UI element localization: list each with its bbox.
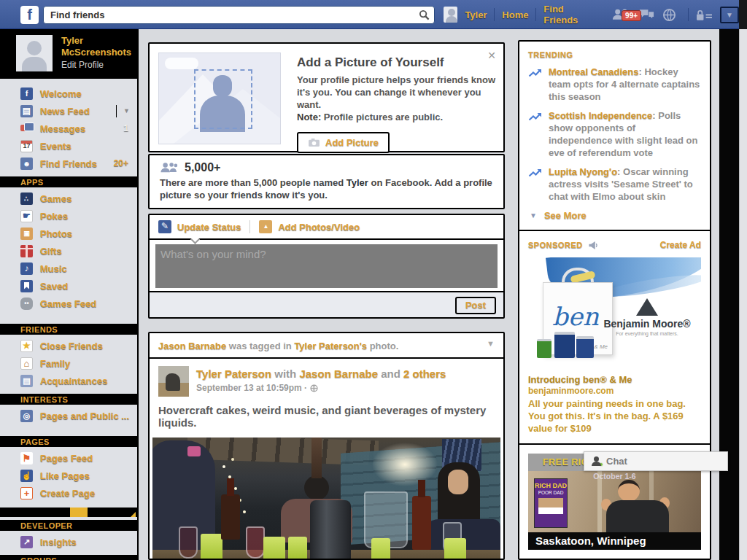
benjamin-moore-ad-image[interactable]: ben & Me Benjamin Moore® For everything … — [528, 257, 701, 367]
topbar-divider — [535, 8, 536, 21]
create-ad-link[interactable]: Create Ad — [660, 240, 701, 250]
left-sidebar: Tyler McScreenshots Edit Profile f Welco… — [0, 29, 139, 560]
section-header-friends: FRIENDS — [0, 324, 137, 335]
sidebar-item-events[interactable]: 17 Events — [0, 137, 137, 155]
chat-label: Chat — [606, 456, 627, 467]
notifications-globe-icon[interactable] — [662, 8, 676, 22]
house-icon: ⌂ — [20, 357, 33, 370]
sidebar-item-photos[interactable]: ▣Photos — [0, 225, 137, 242]
close-icon[interactable]: ✕ — [487, 50, 496, 61]
post-photo[interactable] — [152, 438, 500, 560]
profile-name[interactable]: Tyler McScreenshots — [61, 35, 131, 58]
add-photos-tab[interactable]: ▲ Add Photos/Video — [259, 220, 360, 233]
add-picture-button[interactable]: Add Picture — [297, 132, 390, 153]
trending-up-icon — [528, 68, 543, 78]
insights-chart-icon: ↗ — [20, 536, 33, 548]
sidebar-item-welcome[interactable]: f Welcome — [0, 85, 137, 102]
topbar-profile-link[interactable]: Tyler — [465, 9, 487, 20]
post-message: Hovercraft cakes, weird music, and giant… — [150, 400, 503, 432]
highlighted-name: Tyler — [347, 177, 368, 188]
composer-tabs: ✎ Update Status ▲ Add Photos/Video — [150, 215, 503, 240]
ad-title-link[interactable]: 1st-6th October — [528, 557, 701, 560]
tab-divider — [249, 220, 250, 233]
add-picture-card: Add a Picture of Yourself Your profile p… — [148, 42, 505, 152]
post-header: Jason Barnabe was tagged in Tyler Paters… — [150, 333, 503, 359]
search-icon[interactable] — [419, 9, 430, 20]
status-textarea[interactable] — [155, 244, 498, 288]
sidebar-item-find-friends[interactable]: ☻ Find Friends 20+ — [0, 155, 137, 172]
owner-link[interactable]: Tyler Paterson's — [294, 341, 367, 351]
photos-icon: ▣ — [20, 228, 33, 240]
author-link[interactable]: Tyler Paterson — [196, 368, 271, 380]
topbar-find-friends-link[interactable]: Find Friends — [543, 4, 594, 26]
sidebar-item-close-friends[interactable]: ★Close Friends — [0, 337, 137, 354]
profile-block[interactable]: Tyler McScreenshots Edit Profile — [0, 29, 137, 79]
note-label: Note: — [297, 112, 321, 122]
search-input[interactable] — [44, 7, 434, 23]
chat-bar[interactable]: Chat — [584, 451, 728, 471]
rich-dad-ad-text: 1st-6th October saskatoon.richdad-worksh… — [528, 557, 701, 560]
ad-title-link[interactable]: Introducing ben® & Me — [528, 374, 701, 385]
name-count-card: 5,000+ There are more than 5,000 people … — [148, 154, 505, 209]
notification-count-badge: 99+ — [622, 10, 641, 21]
trending-item-2[interactable]: Scottish Independence: Polls show oppone… — [528, 109, 701, 159]
sidebar-item-messages[interactable]: Messages 1 — [0, 120, 137, 137]
others-link[interactable]: 2 others — [403, 368, 446, 380]
ad-body: All your painting needs in one bag. You … — [528, 397, 701, 435]
sidebar-item-pages-public[interactable]: ◎Pages and Public ... — [0, 407, 137, 424]
chevron-down-icon: ▼ — [530, 211, 537, 219]
triangle-logo-icon — [636, 298, 658, 316]
benjamin-moore-ad-text: Introducing ben® & Me benjaminmoore.com … — [528, 374, 701, 435]
gamepad-icon: •• — [20, 298, 33, 310]
profile-picture-illustration — [158, 52, 281, 144]
sidebar-item-saved[interactable]: Saved — [0, 277, 137, 295]
author-avatar[interactable] — [158, 366, 189, 397]
with-person-link[interactable]: Jason Barnabe — [299, 368, 378, 380]
profile-avatar[interactable] — [16, 35, 53, 71]
list-card-icon: ▤ — [20, 375, 33, 387]
people-group-icon — [160, 162, 179, 174]
speaker-portrait — [618, 480, 640, 502]
account-menu-dropdown[interactable]: ▼ — [720, 7, 739, 23]
apps-list: ∴Games ☛Pokes ▣Photos Gifts ♪Music Saved… — [0, 187, 137, 312]
sidebar-item-games-feed[interactable]: ••Games Feed — [0, 295, 137, 312]
post-menu-chevron-icon[interactable]: ▼ — [487, 339, 495, 348]
tagged-person-link[interactable]: Jason Barnabe — [158, 341, 226, 351]
friend-requests-icon[interactable]: 99+ — [611, 8, 631, 21]
pages-list: ⚑Pages Feed ☝Like Pages +Create Page — [0, 447, 137, 502]
sidebar-item-family[interactable]: ⌂Family — [0, 354, 137, 372]
facebook-logo[interactable]: f — [20, 6, 39, 24]
section-header-apps: APPS — [0, 176, 137, 187]
sidebar-item-music[interactable]: ♪Music — [0, 260, 137, 277]
sidebar-item-like-pages[interactable]: ☝Like Pages — [0, 467, 137, 484]
sidebar-item-insights[interactable]: ↗Insights — [0, 533, 137, 551]
post-button[interactable]: Post — [455, 297, 496, 314]
sidebar-item-news-feed[interactable]: ▤ News Feed ▼ — [0, 102, 137, 120]
sidebar-item-pokes[interactable]: ☛Pokes — [0, 207, 137, 225]
search-box — [43, 6, 435, 24]
sidebar-item-gifts[interactable]: Gifts — [0, 242, 137, 260]
update-status-tab[interactable]: ✎ Update Status — [158, 220, 241, 233]
trending-up-icon — [528, 112, 543, 122]
pencil-icon: ✎ — [158, 220, 171, 233]
news-feed-sort-caret[interactable]: ▼ — [123, 107, 130, 114]
post-timestamp[interactable]: September 13 at 10:59pm · — [196, 383, 307, 393]
topbar-avatar[interactable] — [444, 7, 457, 23]
see-more-link[interactable]: ▼ See More — [530, 210, 701, 221]
section-header-groups: GROUPS — [0, 555, 137, 560]
scrollbar-track[interactable] — [739, 29, 747, 560]
sidebar-item-games[interactable]: ∴Games — [0, 190, 137, 207]
trending-item-3[interactable]: Lupita Nyong'o: Oscar winning actress vi… — [528, 166, 701, 203]
section-header-interests: INTERESTS — [0, 394, 137, 405]
top-navigation-bar: f Tyler Home Find Friends 99+ — [0, 0, 739, 29]
topbar-divider — [688, 8, 689, 21]
edit-profile-link[interactable]: Edit Profile — [61, 60, 131, 70]
sidebar-item-pages-feed[interactable]: ⚑Pages Feed — [0, 449, 137, 467]
topbar-home-link[interactable]: Home — [502, 9, 528, 20]
privacy-shortcuts-icon[interactable] — [696, 9, 713, 21]
messages-badge: 1 — [123, 123, 128, 133]
trending-item-1[interactable]: Montreal Canadiens: Hockey team opts for… — [528, 66, 701, 103]
ad-domain[interactable]: benjaminmoore.com — [528, 386, 701, 396]
sidebar-item-create-page[interactable]: +Create Page — [0, 484, 137, 502]
sidebar-item-acquaintances[interactable]: ▤Acquaintances — [0, 372, 137, 389]
